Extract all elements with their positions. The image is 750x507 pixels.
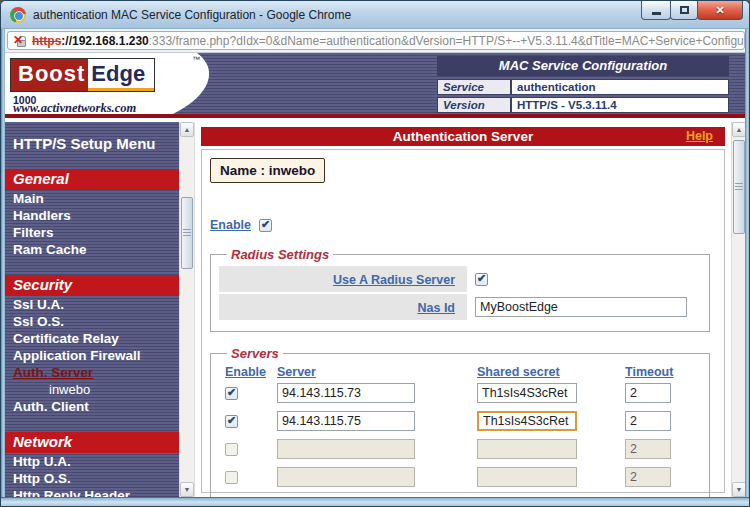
server-enable-checkbox[interactable] [225,415,238,428]
sidebar-item-ssl-os[interactable]: Ssl O.S. [5,313,179,330]
trademark-symbol: ™ [192,55,200,64]
table-row: Version HTTP/S - V5.3.11.4 [437,97,729,113]
column-timeout-link[interactable]: Timeout [625,365,701,379]
timeout-input[interactable] [625,467,671,487]
window-bottom-edge [1,497,750,507]
nas-id-row: Nas Id [219,294,701,320]
shared-secret-input-focused[interactable] [477,411,577,431]
use-radius-link[interactable]: Use A Radius Server [333,273,455,287]
scroll-down-button[interactable]: ▼ [732,482,746,497]
scrollbar-thumb[interactable] [181,197,193,269]
use-radius-checkbox[interactable] [475,273,488,286]
column-enable-link[interactable]: Enable [225,365,277,379]
service-config-title: MAC Service Configuration [437,56,729,76]
enable-link[interactable]: Enable [210,218,251,232]
scroll-up-button[interactable]: ▲ [180,122,194,137]
sidebar-item-ram-cache[interactable]: Ram Cache [5,241,179,258]
sidebar-title: HTTP/S Setup Menu [13,135,179,152]
shared-secret-input[interactable] [477,467,577,487]
version-label: Version [437,97,511,113]
label-cell: Nas Id [219,294,467,320]
arrow-up-icon: ▲ [184,126,191,133]
page-header: BoostEdge ™ 1000 www.activnetworks.com M… [5,53,747,118]
sidebar: HTTP/S Setup Menu General Main Handlers … [5,122,179,497]
scroll-up-button[interactable]: ▲ [732,122,746,137]
timeout-input[interactable] [625,439,671,459]
column-server-link[interactable]: Server [277,365,477,379]
server-row [225,383,701,403]
server-address-input[interactable] [277,383,415,403]
scroll-down-button[interactable]: ▼ [180,482,194,497]
url-path: :333/frame.php?dIdx=0&dName=authenticati… [149,34,745,48]
server-enable-checkbox[interactable] [225,443,238,456]
frame-body: HTTP/S Setup Menu General Main Handlers … [5,122,747,497]
arrow-down-icon: ▼ [736,486,743,493]
sidebar-item-filters[interactable]: Filters [5,224,179,241]
chrome-icon [10,7,26,23]
close-button[interactable]: ✕ [697,1,743,20]
enable-row: Enable [210,217,718,233]
sidebar-item-http-reply-header[interactable]: Http Reply Header [5,487,179,497]
minimize-icon [652,12,661,15]
address-bar[interactable]: ✕ https://192.168.1.230:333/frame.php?dI… [7,31,745,50]
sidebar-item-main[interactable]: Main [5,190,179,207]
window-left-edge [1,29,5,497]
sidebar-section-security: Security [5,275,179,296]
page-banner: Authentication Server Help [201,127,725,146]
servers-header-row: Enable Server Shared secret Timeout [225,365,701,379]
sidebar-item-handlers[interactable]: Handlers [5,207,179,224]
window-right-edge [745,29,749,497]
server-enable-checkbox[interactable] [225,387,238,400]
shared-secret-input[interactable] [477,383,577,403]
logo-boost-text: Boost [11,59,88,91]
sidebar-scrollbar[interactable]: ▲ ▼ [179,122,195,497]
sidebar-item-auth-server[interactable]: Auth. Server [5,364,179,381]
server-row [225,411,701,431]
column-shared-secret-link[interactable]: Shared secret [477,365,625,379]
server-row [225,439,701,459]
label-cell: Use A Radius Server [219,266,467,292]
red-x-icon: ✕ [13,33,23,47]
timeout-input[interactable] [625,383,671,403]
server-address-input[interactable] [277,411,415,431]
sidebar-item-http-ua[interactable]: Http U.A. [5,453,179,470]
close-icon: ✕ [715,4,724,17]
logo-edge-text: Edge [88,59,154,91]
sidebar-item-auth-client[interactable]: Auth. Client [5,398,179,415]
scrollbar-thumb[interactable] [733,140,745,234]
server-address-input[interactable] [277,439,415,459]
server-enable-checkbox[interactable] [225,471,238,484]
boostedge-logo[interactable]: BoostEdge [10,58,155,92]
sidebar-item-certificate-relay[interactable]: Certificate Relay [5,330,179,347]
version-value: HTTP/S - V5.3.11.4 [511,97,729,113]
service-value: authentication [511,79,729,95]
main-content: Authentication Server Help Name : inwebo… [195,122,731,497]
window-controls: ✕ [642,1,743,20]
nas-id-input[interactable] [475,297,687,317]
url-scheme: https [32,34,61,48]
minimize-button[interactable] [641,1,671,20]
shared-secret-input[interactable] [477,439,577,459]
sidebar-item-inwebo[interactable]: inwebo [5,381,179,398]
timeout-input[interactable] [625,411,671,431]
window-title: authentication MAC Service Configuration… [33,8,351,22]
radius-settings-legend: Radius Settings [227,247,333,262]
sidebar-item-ssl-ua[interactable]: Ssl U.A. [5,296,179,313]
sidebar-item-http-os[interactable]: Http O.S. [5,470,179,487]
maximize-button[interactable] [670,1,698,20]
name-box: Name : inwebo [210,158,325,183]
table-row: Service authentication [437,79,729,95]
servers-fieldset: Servers Enable Server Shared secret Time… [210,346,710,497]
logo-website: www.activnetworks.com [13,101,136,116]
url-text: https://192.168.1.230:333/frame.php?dIdx… [32,34,745,48]
service-label: Service [437,79,511,95]
grip-icon [735,183,743,191]
server-address-input[interactable] [277,467,415,487]
nas-id-link[interactable]: Nas Id [417,301,455,315]
ssl-error-icon[interactable]: ✕ [14,33,29,48]
sidebar-section-network: Network [5,432,179,453]
sidebar-item-application-firewall[interactable]: Application Firewall [5,347,179,364]
enable-checkbox[interactable] [259,219,272,232]
help-link[interactable]: Help [686,129,713,143]
sidebar-section-general: General [5,169,179,190]
